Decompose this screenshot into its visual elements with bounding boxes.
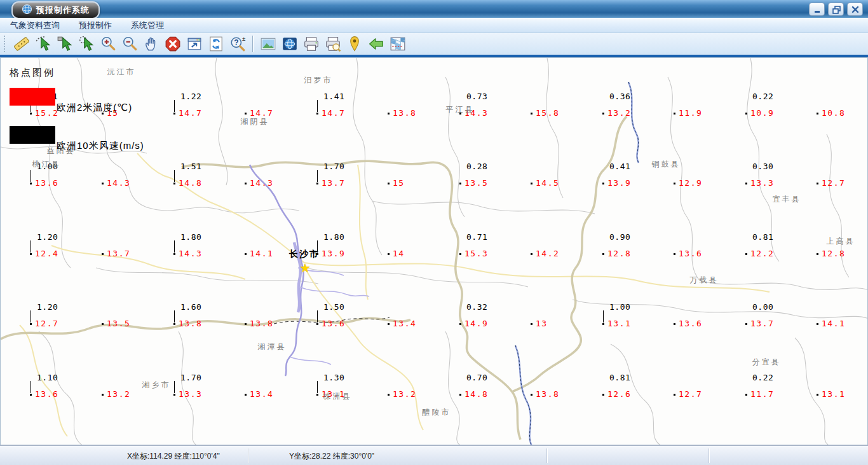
export-image-button[interactable] — [258, 34, 278, 54]
temperature-value: 14.1 — [822, 319, 845, 328]
station-dot — [817, 394, 818, 396]
temperature-value: 14.7 — [179, 108, 202, 118]
temperature-value: 14.3 — [179, 249, 202, 258]
svg-text:?: ? — [234, 38, 238, 47]
station-dot — [602, 323, 604, 325]
legend-swatch-temperature — [10, 88, 55, 106]
station-dot — [602, 253, 604, 255]
station-dot — [30, 253, 32, 255]
status-separator — [709, 448, 710, 463]
county-label: 上高县 — [827, 236, 855, 247]
print-button[interactable] — [301, 34, 322, 54]
station-dot — [30, 394, 32, 396]
station-dot — [531, 253, 532, 255]
globe-services-button[interactable] — [280, 34, 300, 54]
county-label: 沅江市 — [107, 67, 136, 78]
temperature-value: 13.9 — [322, 249, 345, 258]
station-dot — [602, 113, 604, 115]
station-dot — [602, 394, 604, 396]
measure-ruler-button[interactable] — [11, 34, 32, 54]
wind-speed-value: 1.00 — [609, 302, 630, 312]
temperature-value: 12.8 — [822, 249, 845, 258]
county-label: 醴陵市 — [423, 407, 451, 418]
app-window: 预报制作系统 气象资料查询预报制作系统管理 ?± — [0, 0, 868, 465]
temperature-value: 12.8 — [607, 249, 631, 258]
menu-item-forecast-production[interactable]: 预报制作 — [71, 18, 119, 32]
map-grid-button[interactable] — [388, 34, 408, 54]
city-label-changsha: 长沙市 — [289, 249, 320, 260]
station-dot — [674, 253, 675, 255]
app-tab[interactable]: 预报制作系统 — [11, 1, 100, 19]
wind-speed-value: 1.41 — [323, 92, 344, 101]
placemark-button[interactable] — [344, 34, 365, 54]
go-back-button[interactable] — [366, 34, 386, 54]
station-dot — [173, 323, 175, 325]
temperature-value: 14 — [393, 249, 405, 258]
wind-speed-value: 1.50 — [323, 302, 344, 312]
station-dot — [459, 394, 461, 396]
titlebar: 预报制作系统 — [0, 0, 868, 18]
station-dot — [316, 323, 318, 325]
menu-item-system-management[interactable]: 系统管理 — [123, 18, 172, 32]
temperature-value: 13.2 — [107, 389, 130, 399]
minimize-button[interactable] — [809, 3, 825, 16]
wind-speed-value: 1.80 — [180, 232, 201, 242]
select-element-button[interactable] — [55, 34, 75, 54]
wind-speed-value: 0.90 — [609, 232, 630, 242]
station-dot — [745, 253, 747, 255]
wind-speed-value: 1.70 — [180, 373, 201, 382]
refresh-button[interactable] — [206, 34, 226, 54]
station-dot — [245, 253, 247, 255]
temperature-value: 13.4 — [250, 389, 273, 399]
temperature-value: 13.8 — [536, 389, 559, 399]
select-graphics-button[interactable] — [76, 34, 97, 54]
temperature-value: 13.3 — [179, 389, 202, 399]
status-y-coordinate: Y坐标:28.22 纬度:30°0'0" — [289, 451, 374, 462]
restore-button[interactable] — [828, 3, 844, 16]
station-dot — [102, 183, 104, 184]
station-dot — [531, 113, 532, 115]
menu-item-weather-data-query[interactable]: 气象资料查询 — [3, 18, 67, 32]
wind-speed-value: 1.30 — [323, 373, 344, 382]
identify-icon: ?± — [229, 36, 246, 52]
temperature-value: 14.2 — [536, 249, 559, 258]
pan-button[interactable] — [141, 34, 161, 54]
svg-text:±: ± — [242, 36, 246, 42]
temperature-value: 13.7 — [750, 319, 774, 328]
toolbar-grip[interactable] — [4, 36, 8, 52]
window-title: 预报制作系统 — [36, 4, 90, 16]
station-dot — [674, 323, 675, 325]
temperature-value: 13.6 — [679, 249, 702, 258]
legend-item-windspeed: 欧洲10米风速(m/s) — [10, 126, 55, 164]
print-preview-button[interactable] — [323, 34, 343, 54]
station-dot — [102, 323, 104, 325]
legend-item-temperature: 欧洲2米温度(℃) — [10, 88, 55, 126]
temperature-value: 13.7 — [107, 249, 130, 258]
station-dot — [531, 183, 532, 184]
county-label: 万载县 — [690, 275, 719, 286]
temperature-value: 14.1 — [250, 249, 273, 258]
zoom-out-icon — [121, 36, 138, 52]
select-features-icon — [35, 36, 51, 52]
map-canvas[interactable]: 15.21.611514.71.2214.714.71.4113.814.30.… — [0, 57, 868, 445]
globe-services-icon — [281, 36, 298, 52]
station-dot — [173, 253, 175, 255]
temperature-value: 13.4 — [393, 319, 416, 328]
cancel-drawing-button[interactable] — [163, 34, 183, 54]
station-dot — [531, 394, 532, 396]
close-button[interactable] — [847, 3, 863, 16]
map-vector-layer — [1, 58, 868, 445]
station-dot — [459, 183, 461, 184]
zoom-in-button[interactable] — [98, 34, 118, 54]
station-dot — [459, 323, 461, 325]
temperature-value: 15.8 — [536, 108, 559, 118]
temperature-value: 13.2 — [393, 389, 416, 399]
go-back-icon — [368, 36, 384, 52]
identify-button[interactable]: ?± — [227, 34, 248, 54]
wind-speed-value: 1.80 — [323, 232, 344, 242]
zoom-out-button[interactable] — [119, 34, 140, 54]
select-features-button[interactable] — [33, 34, 53, 54]
wind-speed-value: 0.22 — [752, 373, 773, 382]
placemark-icon — [346, 36, 363, 52]
full-extent-button[interactable] — [184, 34, 205, 54]
